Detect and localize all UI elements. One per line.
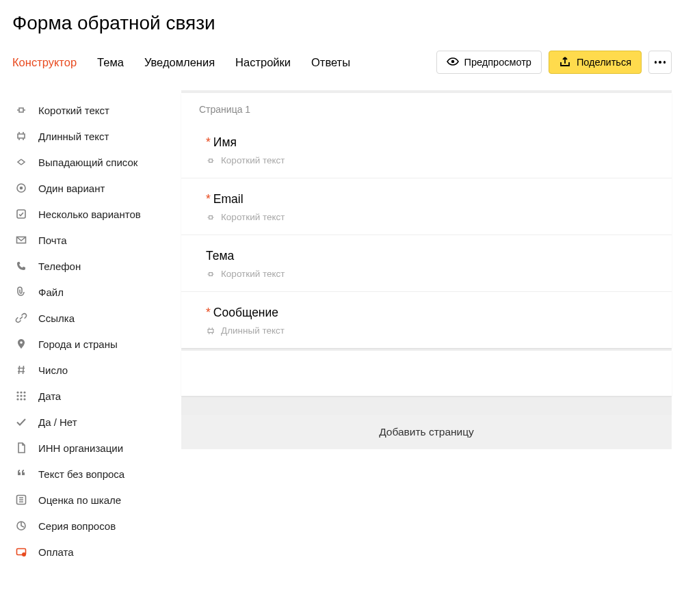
hash-icon bbox=[15, 364, 27, 376]
sidebar-item-link[interactable]: Ссылка bbox=[12, 305, 181, 331]
question-type-label: Длинный текст bbox=[221, 325, 285, 336]
sidebar-item-label: ИНН организации bbox=[38, 442, 123, 454]
sidebar: Короткий текстДлинный текстВыпадающий сп… bbox=[12, 90, 181, 565]
share-label: Поделиться bbox=[577, 57, 631, 68]
question-item[interactable]: *СообщениеДлинный текст bbox=[181, 292, 672, 348]
page-card: Страница 1 *ИмяКороткий текст*EmailКорот… bbox=[181, 93, 672, 348]
add-page-button[interactable]: Добавить страницу bbox=[181, 415, 672, 449]
sidebar-item-short-text[interactable]: Короткий текст bbox=[12, 97, 181, 123]
required-asterisk: * bbox=[206, 306, 211, 319]
sidebar-item-doc[interactable]: ИНН организации bbox=[12, 435, 181, 461]
tab-3[interactable]: Настройки bbox=[235, 56, 291, 69]
dropdown-icon bbox=[15, 156, 27, 168]
sidebar-item-phone[interactable]: Телефон bbox=[12, 253, 181, 279]
short-text-icon bbox=[206, 213, 215, 222]
sidebar-item-label: Короткий текст bbox=[38, 105, 109, 116]
payment-icon bbox=[15, 546, 27, 558]
doc-icon bbox=[15, 442, 27, 454]
question-type: Короткий текст bbox=[206, 212, 654, 222]
geo-icon bbox=[15, 338, 27, 350]
short-text-icon bbox=[15, 104, 27, 116]
question-type-label: Короткий текст bbox=[221, 269, 285, 279]
sidebar-item-label: Длинный текст bbox=[38, 131, 109, 142]
question-title: Тема bbox=[206, 249, 654, 263]
sidebar-item-label: Текст без вопроса bbox=[38, 468, 124, 480]
check-icon bbox=[15, 416, 27, 428]
eye-icon bbox=[447, 57, 459, 68]
mail-icon bbox=[15, 234, 27, 246]
sidebar-item-geo[interactable]: Города и страны bbox=[12, 331, 181, 357]
sidebar-item-label: Почта bbox=[38, 235, 67, 246]
sidebar-item-label: Один вариант bbox=[38, 183, 105, 194]
card-ghost bbox=[181, 351, 672, 396]
sidebar-item-dropdown[interactable]: Выпадающий список bbox=[12, 149, 181, 175]
sidebar-item-payment[interactable]: Оплата bbox=[12, 539, 181, 565]
more-button[interactable] bbox=[648, 51, 672, 74]
tab-4[interactable]: Ответы bbox=[311, 56, 350, 69]
sidebar-item-file[interactable]: Файл bbox=[12, 279, 181, 305]
builder-main: Страница 1 *ИмяКороткий текст*EmailКорот… bbox=[181, 90, 672, 449]
sidebar-item-label: Дата bbox=[38, 390, 61, 402]
share-button[interactable]: Поделиться bbox=[549, 51, 642, 74]
tab-1[interactable]: Тема bbox=[97, 56, 124, 69]
sidebar-item-label: Города и страны bbox=[38, 338, 118, 350]
short-text-icon bbox=[206, 269, 215, 279]
sidebar-item-scale[interactable]: Оценка по шкале bbox=[12, 487, 181, 513]
sidebar-item-hash[interactable]: Число bbox=[12, 357, 181, 383]
tabs-row: КонструкторТемаУведомленияНастройкиОтвет… bbox=[12, 51, 672, 86]
question-type: Длинный текст bbox=[206, 325, 654, 336]
scale-icon bbox=[15, 494, 27, 506]
sidebar-item-label: Ссылка bbox=[38, 312, 75, 324]
quote-icon bbox=[15, 468, 27, 480]
required-asterisk: * bbox=[206, 135, 211, 149]
date-icon bbox=[15, 390, 27, 402]
question-item[interactable]: ТемаКороткий текст bbox=[181, 235, 672, 292]
required-asterisk: * bbox=[206, 192, 211, 206]
sidebar-item-mail[interactable]: Почта bbox=[12, 227, 181, 253]
question-title: *Сообщение bbox=[206, 306, 654, 320]
long-text-icon bbox=[206, 326, 215, 336]
sidebar-item-label: Оплата bbox=[38, 546, 74, 558]
long-text-icon bbox=[15, 130, 27, 142]
sidebar-item-label: Телефон bbox=[38, 260, 81, 272]
question-title: *Email bbox=[206, 192, 654, 206]
sidebar-item-series[interactable]: Серия вопросов bbox=[12, 513, 181, 539]
checkbox-icon bbox=[15, 208, 27, 220]
sidebar-item-date[interactable]: Дата bbox=[12, 383, 181, 409]
sidebar-item-checkbox[interactable]: Несколько вариантов bbox=[12, 201, 181, 227]
question-type: Короткий текст bbox=[206, 155, 654, 165]
page-label: Страница 1 bbox=[181, 93, 672, 122]
radio-icon bbox=[15, 182, 27, 194]
sidebar-item-long-text[interactable]: Длинный текст bbox=[12, 123, 181, 149]
file-icon bbox=[15, 286, 27, 298]
question-type: Короткий текст bbox=[206, 269, 654, 279]
preview-button[interactable]: Предпросмотр bbox=[436, 51, 542, 74]
sidebar-item-label: Число bbox=[38, 364, 68, 376]
sidebar-item-check[interactable]: Да / Нет bbox=[12, 409, 181, 435]
question-item[interactable]: *EmailКороткий текст bbox=[181, 178, 672, 235]
preview-label: Предпросмотр bbox=[464, 57, 531, 68]
tab-0[interactable]: Конструктор bbox=[12, 56, 77, 69]
sidebar-item-label: Серия вопросов bbox=[38, 520, 116, 532]
share-icon bbox=[559, 56, 571, 69]
phone-icon bbox=[15, 260, 27, 272]
sidebar-item-label: Да / Нет bbox=[38, 416, 77, 428]
tab-2[interactable]: Уведомления bbox=[144, 56, 215, 69]
sidebar-item-label: Файл bbox=[38, 286, 64, 298]
sidebar-item-label: Несколько вариантов bbox=[38, 209, 141, 220]
question-type-label: Короткий текст bbox=[221, 155, 285, 165]
short-text-icon bbox=[206, 156, 215, 165]
sidebar-item-label: Оценка по шкале bbox=[38, 494, 121, 506]
question-type-label: Короткий текст bbox=[221, 212, 285, 222]
question-title: *Имя bbox=[206, 135, 654, 150]
dots-icon bbox=[655, 61, 666, 64]
page-title: Форма обратной связи bbox=[12, 12, 672, 34]
link-icon bbox=[15, 312, 27, 324]
series-icon bbox=[15, 520, 27, 532]
question-item[interactable]: *ИмяКороткий текст bbox=[181, 122, 672, 178]
sidebar-item-quote[interactable]: Текст без вопроса bbox=[12, 461, 181, 487]
sidebar-item-label: Выпадающий список bbox=[38, 157, 137, 168]
sidebar-item-radio[interactable]: Один вариант bbox=[12, 175, 181, 201]
